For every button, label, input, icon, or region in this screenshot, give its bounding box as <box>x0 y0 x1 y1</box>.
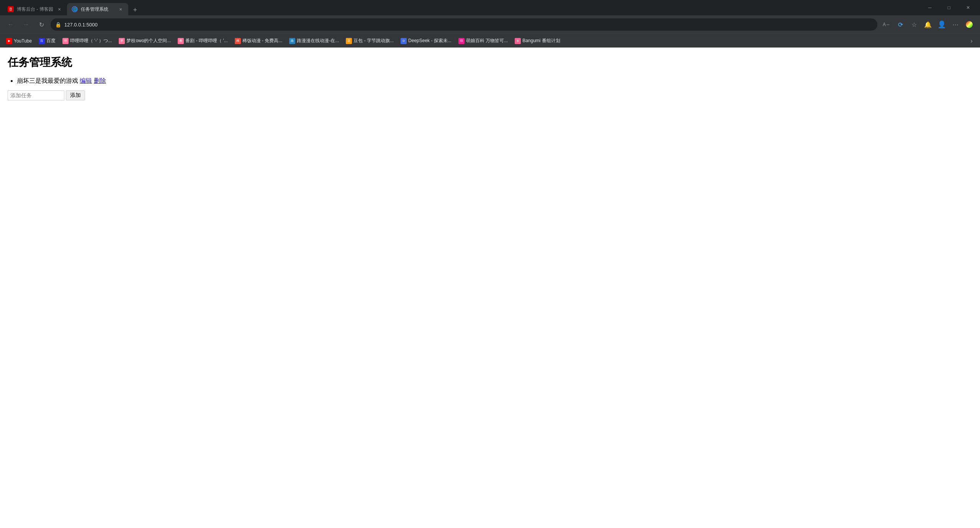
reload-icon: ↻ <box>39 21 44 28</box>
profile-button[interactable]: 👤 <box>936 18 948 31</box>
nav-bar: ← → ↻ 🔒 127.0.0.1:5000 A↔ ⟳ ☆ 🔔 <box>0 15 980 34</box>
translate-icon: A↔ <box>883 22 890 27</box>
svg-text:🌐: 🌐 <box>72 7 77 11</box>
nav-actions: A↔ ⟳ ☆ 🔔 👤 ⋯ <box>880 18 975 31</box>
bookmark-favicon-deepseek: D <box>401 38 407 44</box>
forward-button[interactable]: → <box>20 18 32 31</box>
edge-refresh-button[interactable]: ⟳ <box>894 18 906 31</box>
title-bar: B 博客后台 - 博客园 ✕ 🌐 任务管理系统 ✕ + <box>0 0 980 15</box>
task-list: 崩坏三是我最爱的游戏 编辑 删除 <box>8 76 972 86</box>
address-text: 127.0.0.1:5000 <box>64 22 873 28</box>
bookmark-bangumi[interactable]: B Bangumi 番组计划 <box>512 36 563 46</box>
bookmarks-more-button[interactable]: › <box>966 36 977 46</box>
tab-favicon-taskmanager: 🌐 <box>72 6 78 12</box>
edge-refresh-icon: ⟳ <box>898 21 903 28</box>
bookmark-doubao[interactable]: 豆 豆包 - 字节跳动旗... <box>343 36 397 46</box>
bookmark-favicon-doubao: 豆 <box>346 38 352 44</box>
reload-button[interactable]: ↻ <box>35 18 47 31</box>
bookmark-label-mengzhi: 梦枝owo的个人空间... <box>126 38 171 44</box>
browser-chrome: B 博客后台 - 博客园 ✕ 🌐 任务管理系统 ✕ + <box>0 0 980 48</box>
lock-icon: 🔒 <box>55 22 61 28</box>
bookmark-xifan[interactable]: 稀 稀饭动漫 - 免费高... <box>232 36 286 46</box>
tab-title-blogpark: 博客后台 - 博客园 <box>17 6 53 13</box>
bookmark-favicon-luman: 路 <box>289 38 295 44</box>
minimize-button[interactable]: ─ <box>921 2 939 14</box>
maximize-button[interactable]: □ <box>940 2 958 14</box>
bookmark-baidu[interactable]: 百 百度 <box>36 36 59 46</box>
task-delete-link[interactable]: 删除 <box>94 77 106 84</box>
task-edit-link[interactable]: 编辑 <box>80 77 92 84</box>
bookmark-favicon-baidu: 百 <box>39 38 45 44</box>
bookmark-bangumi-bili[interactable]: 番 番剧 - 哔哩哔哩（ '... <box>175 36 231 46</box>
tab-title-taskmanager: 任务管理系统 <box>81 6 115 13</box>
profile-icon: 👤 <box>937 20 946 29</box>
bookmark-label-bangumi: Bangumi 番组计划 <box>522 38 560 44</box>
add-task-form: 添加 <box>8 90 972 100</box>
star-icon: ☆ <box>911 21 917 28</box>
more-icon: ⋯ <box>952 21 959 28</box>
bookmark-moegirl[interactable]: 萌 萌娘百科 万物皆可... <box>455 36 511 46</box>
window-controls: ─ □ ✕ <box>921 2 977 14</box>
bookmark-favicon-xifan: 稀 <box>235 38 241 44</box>
bookmark-label-xifan: 稀饭动漫 - 免费高... <box>242 38 283 44</box>
svg-text:B: B <box>10 7 12 11</box>
extensions-button[interactable] <box>963 18 975 31</box>
extensions-icon <box>966 21 973 28</box>
tab-taskmanager[interactable]: 🌐 任务管理系统 ✕ <box>67 3 128 15</box>
bookmark-favicon-bilibili1: 哔 <box>62 38 69 44</box>
tab-close-blogpark[interactable]: ✕ <box>56 6 62 12</box>
tab-favicon-blogpark: B <box>8 6 14 12</box>
favorites-button[interactable]: ☆ <box>908 18 920 31</box>
bookmark-favicon-bangumi-bili: 番 <box>178 38 184 44</box>
add-favorites-icon: 🔔 <box>924 21 932 28</box>
bookmark-label-deepseek: DeepSeek - 探索未... <box>408 38 452 44</box>
bookmark-favicon-bangumi: B <box>515 38 521 44</box>
task-item: 崩坏三是我最爱的游戏 编辑 删除 <box>17 76 972 86</box>
forward-icon: → <box>23 21 29 28</box>
more-button[interactable]: ⋯ <box>949 18 962 31</box>
back-icon: ← <box>8 21 14 28</box>
tab-bar: B 博客后台 - 博客园 ✕ 🌐 任务管理系统 ✕ + <box>3 0 918 15</box>
bookmark-label-bangumi-bili: 番剧 - 哔哩哔哩（ '... <box>185 38 227 44</box>
bookmark-label-luman: 路漫漫在线动漫-在... <box>297 38 339 44</box>
bookmark-deepseek[interactable]: D DeepSeek - 探索未... <box>398 36 455 46</box>
back-button[interactable]: ← <box>5 18 17 31</box>
tab-blogpark[interactable]: B 博客后台 - 博客园 ✕ <box>3 3 67 15</box>
bookmark-mengzhi[interactable]: 梦 梦枝owo的个人空间... <box>116 36 174 46</box>
bookmark-favicon-mengzhi: 梦 <box>119 38 125 44</box>
page-content: 任务管理系统 崩坏三是我最爱的游戏 编辑 删除 添加 <box>0 48 980 528</box>
page-title: 任务管理系统 <box>8 55 972 70</box>
bookmark-label-bilibili1: 哔哩哔哩（ '-' ）つ... <box>70 38 112 44</box>
bookmark-bilibili1[interactable]: 哔 哔哩哔哩（ '-' ）つ... <box>59 36 115 46</box>
bookmark-favicon-youtube: ▶ <box>6 38 12 44</box>
bookmark-luman[interactable]: 路 路漫漫在线动漫-在... <box>286 36 342 46</box>
task-text: 崩坏三是我最爱的游戏 <box>17 77 78 84</box>
bookmark-label-baidu: 百度 <box>46 38 56 44</box>
bookmark-label-moegirl: 萌娘百科 万物皆可... <box>466 38 508 44</box>
bookmark-favicon-moegirl: 萌 <box>458 38 465 44</box>
bookmark-label-youtube: YouTube <box>14 38 32 44</box>
add-task-button[interactable]: 添加 <box>66 90 85 100</box>
bookmarks-bar: ▶ YouTube 百 百度 哔 哔哩哔哩（ '-' ）つ... 梦 梦枝owo… <box>0 34 980 48</box>
add-favorites-button[interactable]: 🔔 <box>922 18 934 31</box>
bookmark-youtube[interactable]: ▶ YouTube <box>3 36 35 46</box>
add-task-input[interactable] <box>8 90 64 100</box>
bookmark-label-doubao: 豆包 - 字节跳动旗... <box>353 38 394 44</box>
translate-button[interactable]: A↔ <box>880 18 893 31</box>
new-tab-button[interactable]: + <box>130 5 141 15</box>
close-button[interactable]: ✕ <box>959 2 977 14</box>
address-bar[interactable]: 🔒 127.0.0.1:5000 <box>51 18 877 31</box>
tab-close-taskmanager[interactable]: ✕ <box>118 6 124 12</box>
